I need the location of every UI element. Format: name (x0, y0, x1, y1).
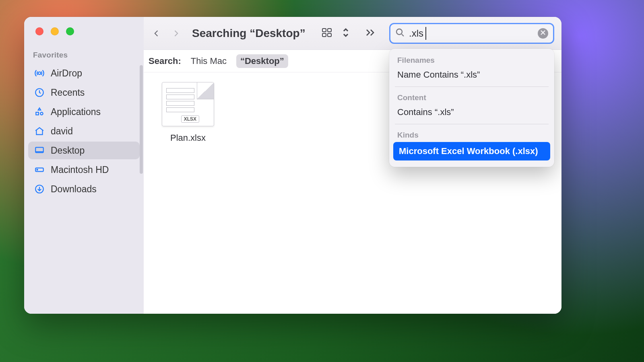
window-controls (24, 27, 144, 35)
sidebar-item-label: Macintosh HD (51, 165, 109, 175)
sidebar: Favorites AirDrop Recents Applications d… (24, 17, 144, 314)
close-icon (540, 30, 546, 37)
suggest-section-content: Content (389, 90, 554, 104)
file-badge: XLSX (181, 115, 199, 123)
minimize-window-button[interactable] (51, 27, 59, 35)
page-fold-icon (197, 82, 214, 99)
svg-rect-11 (328, 33, 331, 37)
close-window-button[interactable] (35, 27, 43, 35)
suggest-item-contains[interactable]: Contains “.xls” (389, 104, 554, 121)
svg-point-0 (38, 72, 41, 75)
sidebar-item-home[interactable]: david (28, 122, 140, 140)
apps-icon (34, 106, 45, 117)
window-title: Searching “Desktop” (192, 27, 305, 40)
file-thumbnail: XLSX (162, 82, 214, 126)
home-icon (34, 125, 45, 137)
svg-point-3 (40, 112, 43, 115)
drive-icon (34, 164, 45, 175)
suggest-section-kinds: Kinds (389, 128, 554, 141)
forward-button[interactable] (170, 28, 182, 39)
scope-label: Search: (149, 56, 181, 66)
search-field[interactable] (389, 23, 554, 44)
clock-icon (34, 87, 45, 98)
file-name: Plan.xlsx (170, 133, 206, 143)
main-pane: Searching “Desktop” (144, 17, 561, 314)
toolbar-overflow-button[interactable] (365, 28, 376, 39)
sidebar-section-label: Favorites (24, 51, 144, 60)
view-mode-button[interactable] (322, 27, 353, 40)
back-button[interactable] (151, 28, 162, 39)
grid-icon (322, 27, 336, 40)
toolbar: Searching “Desktop” (144, 17, 561, 50)
search-wrap: Filenames Name Contains “.xls” Content C… (389, 23, 554, 44)
search-input[interactable] (409, 28, 534, 39)
svg-rect-8 (322, 29, 326, 32)
svg-point-12 (396, 29, 402, 35)
divider (395, 86, 549, 87)
file-item[interactable]: XLSX Plan.xlsx (156, 82, 220, 143)
airdrop-icon (34, 68, 45, 79)
desktop-icon (34, 145, 45, 156)
divider (395, 124, 549, 124)
sidebar-item-recents[interactable]: Recents (28, 84, 140, 101)
sidebar-scrollbar[interactable] (140, 65, 143, 174)
sidebar-item-desktop[interactable]: Desktop (28, 142, 140, 159)
clear-search-button[interactable] (538, 28, 548, 39)
scope-this-mac[interactable]: This Mac (187, 54, 231, 68)
svg-rect-2 (36, 112, 39, 115)
sidebar-item-label: AirDrop (51, 68, 82, 79)
scope-desktop[interactable]: “Desktop” (236, 54, 288, 68)
zoom-window-button[interactable] (66, 27, 74, 35)
sidebar-item-applications[interactable]: Applications (28, 103, 140, 121)
finder-window: Favorites AirDrop Recents Applications d… (24, 17, 561, 314)
suggest-section-filenames: Filenames (389, 53, 554, 66)
svg-rect-9 (328, 29, 331, 32)
sidebar-item-macintosh-hd[interactable]: Macintosh HD (28, 161, 140, 179)
search-icon (395, 28, 405, 39)
download-icon (34, 183, 45, 195)
chevron-updown-icon (339, 27, 353, 40)
suggest-item-name-contains[interactable]: Name Contains “.xls” (389, 66, 554, 83)
sidebar-item-label: Recents (51, 87, 85, 98)
search-suggestions-popup: Filenames Name Contains “.xls” Content C… (389, 49, 554, 167)
sidebar-item-downloads[interactable]: Downloads (28, 180, 140, 198)
sidebar-item-label: Applications (51, 107, 101, 117)
sidebar-item-label: Desktop (51, 145, 85, 156)
chevron-double-right-icon (365, 31, 376, 38)
svg-point-6 (37, 169, 38, 170)
svg-rect-10 (322, 33, 326, 37)
sidebar-item-label: david (51, 126, 73, 137)
suggest-item-kind-xlsx[interactable]: Microsoft Excel Workbook (.xlsx) (393, 142, 550, 160)
sidebar-item-label: Downloads (51, 184, 97, 195)
text-caret (425, 27, 426, 40)
sidebar-item-airdrop[interactable]: AirDrop (28, 64, 140, 82)
